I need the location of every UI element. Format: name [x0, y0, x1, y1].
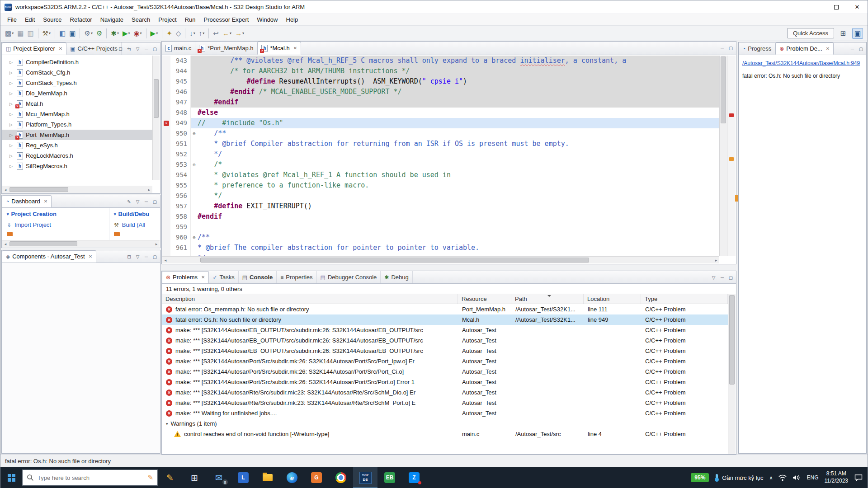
- problem-row[interactable]: ✕make: *** Waiting for unfinished jobs..…: [162, 408, 728, 418]
- volume-icon[interactable]: [793, 474, 801, 481]
- scrollbar-thumb[interactable]: [200, 258, 589, 263]
- minimize-view-icon[interactable]: ─: [718, 275, 726, 280]
- toolbar-build-button[interactable]: ⚒▾: [41, 28, 52, 39]
- code-line-961[interactable]: 961* @brief The compiler abstraction for…: [162, 243, 719, 253]
- toolbar-back-button[interactable]: ←▾: [221, 28, 233, 39]
- toolbar-save-button[interactable]: ▦: [15, 28, 25, 39]
- minimize-view-icon[interactable]: ─: [142, 199, 150, 204]
- minimize-view-icon[interactable]: ─: [849, 47, 856, 52]
- menu-item-run[interactable]: Run: [181, 15, 200, 25]
- minimize-view-icon[interactable]: ─: [142, 47, 150, 52]
- expand-arrow-icon[interactable]: ▷: [9, 164, 14, 169]
- tree-item-port-memmap-h[interactable]: ▷h✕Port_MemMap.h: [2, 130, 152, 140]
- problem-location-link[interactable]: /Autosar_Test/S32K144Autosar/Base/Mcal.h…: [742, 59, 863, 68]
- toolbar-new-c-project-button[interactable]: ◧: [57, 28, 67, 39]
- components-tab[interactable]: ◈ Components - Autosar_Test ✕: [2, 250, 96, 263]
- code-line-951[interactable]: 951 * @brief Compiler abstraction for re…: [162, 139, 719, 149]
- tree-item-reg-esys-h[interactable]: ▷hReg_eSys.h: [2, 140, 152, 150]
- column-header-path[interactable]: Path: [511, 294, 584, 304]
- problems-tab-debugger-console[interactable]: ▤Debugger Console: [317, 271, 381, 283]
- fold-minus-icon[interactable]: ⊖: [190, 128, 198, 139]
- taskbar-file-explorer-button[interactable]: [255, 467, 280, 488]
- menu-item-window[interactable]: Window: [253, 15, 282, 25]
- dashboard-hscrollbar[interactable]: ◂ ▸: [2, 240, 160, 247]
- toolbar-generate-code-button[interactable]: ⚙: [94, 28, 104, 39]
- problems-tab-console[interactable]: ▤Console: [239, 271, 277, 283]
- dashboard-tab[interactable]: ◔ Dashboard ✕: [2, 195, 52, 207]
- problem-row[interactable]: ✕make: *** [S32K144Autosar/EB_OUTPUT/src…: [162, 325, 728, 335]
- toolbar-processor-expert-button[interactable]: ⚙▾: [82, 28, 94, 39]
- scroll-left-icon[interactable]: ◂: [2, 188, 9, 192]
- toolbar-new-button[interactable]: ▩▾: [3, 28, 15, 39]
- build-all-link[interactable]: ⚒ Build (All: [114, 221, 155, 228]
- problem-row[interactable]: ✕make: *** [S32K144Autosar/EB_OUTPUT/src…: [162, 346, 728, 356]
- minimize-view-icon[interactable]: ─: [142, 254, 150, 259]
- expand-arrow-icon[interactable]: ▷: [9, 70, 14, 75]
- code-line-959[interactable]: 959: [162, 222, 719, 232]
- code-line-954[interactable]: 954 * @violates @ref Mcal_h_REF_1 A func…: [162, 170, 719, 180]
- scrollbar-thumb[interactable]: [721, 56, 726, 123]
- project-tree-vscrollbar[interactable]: [152, 56, 160, 180]
- editor-tab-mcal-h[interactable]: h✕*Mcal.h✕: [257, 42, 301, 55]
- toolbar-save-all-button[interactable]: ▥: [25, 28, 35, 39]
- maximize-editor-icon[interactable]: ▢: [727, 46, 735, 51]
- problem-row[interactable]: ✕make: *** [S32K144Autosar/Port/Src/subd…: [162, 356, 728, 366]
- dashboard-section-title[interactable]: ▾ Build/Debu: [114, 211, 155, 217]
- toolbar-new-s32ds-project-button[interactable]: ▣: [67, 28, 77, 39]
- toolbar-last-edit-location-button[interactable]: ↩: [211, 28, 221, 39]
- code-line-949[interactable]: 949// #include "Os.h": [162, 118, 719, 128]
- notification-center-icon[interactable]: [854, 474, 863, 482]
- taskbar-mail-button[interactable]: ✉8: [207, 467, 231, 488]
- expand-arrow-icon[interactable]: ▷: [9, 112, 14, 117]
- project-tree-hscrollbar[interactable]: ◂ ▸: [2, 186, 152, 193]
- toolbar-search-button[interactable]: ✦: [165, 28, 174, 39]
- right-panel-tab-progress[interactable]: ◔Progress: [739, 42, 775, 55]
- problem-row[interactable]: ✕make: *** [S32K144Autosar/EB_OUTPUT/src…: [162, 335, 728, 346]
- view-menu-icon[interactable]: ▽: [134, 254, 142, 259]
- code-line-945[interactable]: 945 #define ResumeAllInterrupts() ASM_KE…: [162, 76, 719, 87]
- hidden-icons-chevron[interactable]: ∧: [769, 475, 773, 481]
- maximize-button[interactable]: [826, 0, 847, 14]
- minimize-editor-icon[interactable]: ─: [718, 46, 726, 51]
- right-panel-tab-problem-de[interactable]: ⊗Problem De...✕: [775, 42, 834, 55]
- search-input[interactable]: [38, 474, 144, 481]
- taskbar-task-view-button[interactable]: ⊞: [182, 467, 207, 488]
- tree-item-dio-memmap-h[interactable]: ▷hDio_MemMap.h: [2, 88, 152, 99]
- taskbar-app-l-button[interactable]: L: [231, 467, 255, 488]
- scroll-right-icon[interactable]: ▸: [713, 258, 719, 263]
- menu-item-help[interactable]: Help: [282, 15, 302, 25]
- close-icon[interactable]: ✕: [89, 254, 92, 259]
- code-line-947[interactable]: 947 #endif: [162, 97, 719, 108]
- code-line-950[interactable]: 950⊖ /**: [162, 128, 719, 139]
- close-icon[interactable]: ✕: [201, 275, 205, 280]
- taskbar-s32ds-button[interactable]: S32 DS: [353, 467, 377, 488]
- menu-item-source[interactable]: Source: [39, 15, 66, 25]
- expand-arrow-icon[interactable]: ▷: [9, 81, 14, 85]
- column-header-description[interactable]: Description: [162, 294, 458, 304]
- problem-row[interactable]: ✕make: *** [S32K144Autosar/Rte/Src/subdi…: [162, 398, 728, 408]
- link-with-editor-icon[interactable]: ⇆: [125, 47, 133, 52]
- start-button[interactable]: [0, 467, 22, 488]
- code-line-944[interactable]: 944 /* for AARCH32 bit ARM/THUMB instruc…: [162, 66, 719, 76]
- taskbar-search[interactable]: ✎: [22, 469, 158, 486]
- warning-marker[interactable]: [729, 157, 734, 161]
- problems-tab-tasks[interactable]: ✓Tasks: [209, 271, 238, 283]
- maximize-view-icon[interactable]: ▢: [151, 199, 159, 204]
- view-menu-icon[interactable]: ▽: [710, 275, 717, 280]
- close-button[interactable]: ✕: [847, 0, 868, 14]
- taskbar-app-g-button[interactable]: G: [304, 467, 329, 488]
- code-line-943[interactable]: 943 /** @violates @ref Mcal_h_REF_5 C ma…: [162, 56, 719, 66]
- problem-row[interactable]: ✕fatal error: Os_memmap.h: No such file …: [162, 304, 728, 314]
- column-header-location[interactable]: Location: [584, 294, 641, 304]
- problems-tab-debug[interactable]: ✱Debug: [381, 271, 412, 283]
- expand-arrow-icon[interactable]: ▷: [9, 133, 14, 137]
- expand-arrow-icon[interactable]: ▷: [9, 122, 14, 127]
- tree-item-mcu-memmap-h[interactable]: ▷hMcu_MemMap.h: [2, 109, 152, 119]
- editor-tab-port-memmap-h[interactable]: h✕*Port_MemMap.h: [195, 42, 257, 55]
- menu-item-edit[interactable]: Edit: [21, 15, 39, 25]
- scrollbar-thumb[interactable]: [729, 295, 735, 385]
- toolbar-profile-button[interactable]: ◉▾: [132, 28, 144, 39]
- tree-item-silregmacros-h[interactable]: ▷hSilRegMacros.h: [2, 161, 152, 171]
- pin-icon[interactable]: ✎: [125, 199, 133, 204]
- tree-item-reglockmacros-h[interactable]: ▷hRegLockMacros.h: [2, 150, 152, 161]
